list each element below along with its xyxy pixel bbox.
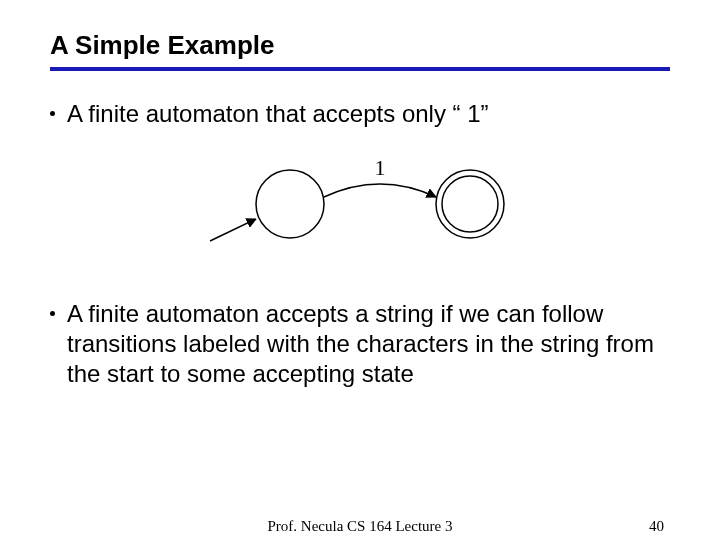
transition-arrow-icon [324, 184, 436, 197]
page-number: 40 [649, 518, 664, 535]
title-rule [50, 67, 670, 71]
start-state-icon [256, 170, 324, 238]
bullet-2: A finite automaton accepts a string if w… [50, 299, 670, 389]
automaton-diagram: 1 [50, 149, 670, 259]
bullet-2-text: A finite automaton accepts a string if w… [67, 299, 670, 389]
slide-title: A Simple Example [50, 30, 670, 61]
bullet-dot-icon [50, 111, 55, 116]
footer-center: Prof. Necula CS 164 Lecture 3 [0, 518, 720, 535]
accept-state-outer-icon [436, 170, 504, 238]
start-arrow-icon [210, 219, 256, 241]
bullet-1-text: A finite automaton that accepts only “ 1… [67, 99, 670, 129]
slide: A Simple Example A finite automaton that… [0, 0, 720, 540]
bullet-dot-icon [50, 311, 55, 316]
transition-label: 1 [375, 155, 386, 180]
bullet-1: A finite automaton that accepts only “ 1… [50, 99, 670, 129]
automaton-svg: 1 [200, 149, 520, 259]
